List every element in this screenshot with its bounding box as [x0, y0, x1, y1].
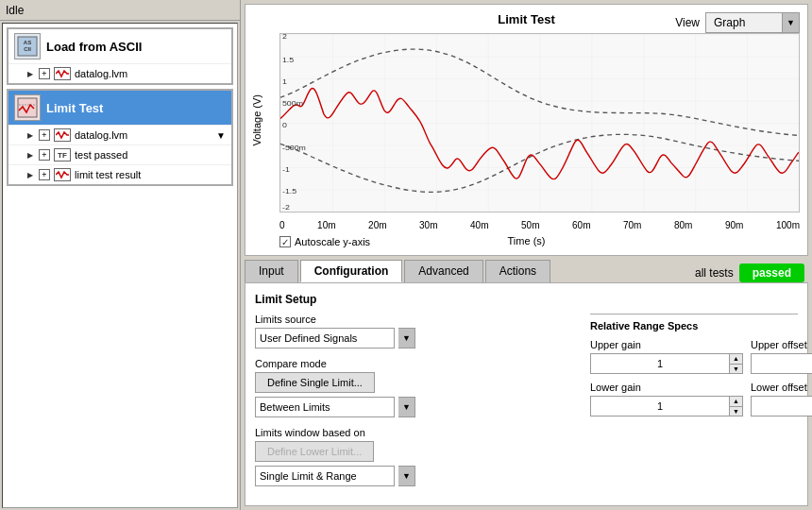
tree-area: AS CII Load from ASCII ▶ + datalog.lvm	[2, 23, 238, 508]
view-dropdown-text: Graph	[706, 14, 782, 31]
upper-offset-input[interactable]	[752, 354, 812, 373]
x-tick-30m: 30m	[419, 220, 437, 230]
x-tick-90m: 90m	[725, 220, 743, 230]
x-tick-10m: 10m	[317, 220, 335, 230]
limits-source-input[interactable]	[255, 328, 395, 348]
autoscale-checkbox[interactable]: ✓	[279, 236, 291, 247]
plus-btn-1[interactable]: +	[39, 68, 50, 79]
tab-advanced[interactable]: Advanced	[404, 260, 482, 282]
all-tests-row: all tests passed	[695, 264, 804, 282]
compare-mode-arrow[interactable]: ▼	[398, 397, 415, 417]
upper-offset-item: Upper offset ▲ ▼	[751, 339, 812, 374]
upper-gain-spinner: ▲ ▼	[590, 353, 743, 374]
lower-offset-item: Lower offset ▲ ▼	[751, 382, 812, 416]
load-ascii-label: Load from ASCII	[46, 40, 142, 54]
lower-gain-up[interactable]: ▲	[730, 397, 742, 407]
x-tick-100m: 100m	[776, 220, 800, 230]
sub-label-1: datalog.lvm	[75, 68, 127, 79]
plus-btn-4[interactable]: +	[39, 169, 50, 180]
lower-gain-spinner: ▲ ▼	[590, 396, 743, 416]
tab-configuration[interactable]: Configuration	[300, 260, 403, 282]
compare-mode-select-row: ▼	[255, 397, 571, 417]
lower-gain-item: Lower gain ▲ ▼	[590, 382, 743, 416]
limit-test-header[interactable]: Limit Test	[8, 91, 231, 125]
limits-source-label: Limits source	[255, 314, 571, 325]
lower-gain-down[interactable]: ▼	[730, 407, 742, 416]
svg-text:1.5: 1.5	[282, 55, 295, 64]
view-controls: View Graph ▼	[675, 12, 800, 33]
view-label: View	[675, 16, 700, 29]
limits-window-arrow[interactable]: ▼	[398, 466, 415, 486]
svg-text:-1: -1	[282, 164, 290, 174]
limit-test-result[interactable]: ▶ + limit test result	[8, 164, 231, 184]
range-grid: Upper gain ▲ ▼ Upper o	[590, 339, 798, 416]
x-tick-0: 0	[279, 220, 285, 230]
limit-test-datalog[interactable]: ▶ + datalog.lvm ▼	[8, 125, 231, 144]
upper-gain-btns: ▲ ▼	[729, 354, 742, 373]
compare-mode-group: Compare mode Define Single Limit... ▼	[255, 358, 571, 417]
lower-gain-btns: ▲ ▼	[729, 397, 742, 416]
lower-offset-label: Lower offset	[751, 382, 812, 393]
compare-mode-row: Define Single Limit...	[255, 372, 571, 393]
sub-label-4: limit test result	[75, 169, 141, 180]
svg-text:1: 1	[282, 76, 287, 86]
tab-input[interactable]: Input	[245, 260, 298, 282]
upper-gain-down[interactable]: ▼	[730, 365, 742, 374]
tabs-row: Input Configuration Advanced Actions all…	[245, 260, 808, 282]
upper-gain-input[interactable]	[591, 354, 729, 373]
graph-container: Limit Test View Graph ▼ Voltage (V)	[245, 4, 808, 256]
lower-gain-input[interactable]	[591, 397, 729, 416]
view-dropdown[interactable]: Graph ▼	[705, 12, 800, 33]
compare-mode-input[interactable]	[255, 397, 395, 417]
waveform-icon-3	[54, 168, 71, 181]
graph-plot: 2 1.5 1 500m 0 -500m -1 -1.5 -2	[279, 33, 800, 212]
autoscale-label: Autoscale y-axis	[295, 236, 370, 247]
svg-text:2: 2	[282, 34, 287, 41]
svg-text:500m: 500m	[282, 98, 303, 108]
define-lower-btn[interactable]: Define Lower Limit...	[255, 441, 374, 462]
lower-gain-label: Lower gain	[590, 382, 743, 393]
config-cols: Limits source ▼ Compare mode Define Sing…	[255, 314, 798, 496]
svg-text:AS: AS	[24, 40, 31, 45]
upper-gain-item: Upper gain ▲ ▼	[590, 339, 743, 374]
limit-setup-title: Limit Setup	[255, 293, 798, 306]
x-axis-label: Time (s)	[508, 235, 546, 246]
upper-offset-spinner: ▲ ▼	[751, 353, 812, 374]
plus-btn-2[interactable]: +	[39, 129, 50, 141]
upper-gain-up[interactable]: ▲	[730, 354, 742, 365]
y-axis-label: Voltage (V)	[251, 94, 262, 145]
x-tick-20m: 20m	[368, 220, 386, 230]
upper-offset-label: Upper offset	[751, 339, 812, 350]
define-single-btn[interactable]: Define Single Limit...	[255, 372, 375, 393]
limit-test-icon	[14, 94, 41, 121]
load-ascii-header[interactable]: AS CII Load from ASCII	[8, 29, 231, 63]
autoscale-row: ✓ Autoscale y-axis	[279, 236, 370, 247]
limits-source-row: ▼	[255, 328, 571, 348]
expand-arrow-1: ▶	[25, 69, 35, 78]
lower-offset-input[interactable]	[752, 397, 812, 416]
x-tick-50m: 50m	[521, 220, 539, 230]
compare-mode-label: Compare mode	[255, 358, 571, 369]
x-tick-60m: 60m	[572, 220, 590, 230]
plus-btn-3[interactable]: +	[39, 149, 50, 161]
load-ascii-icon: AS CII	[14, 33, 41, 60]
status-bar: Idle	[0, 0, 240, 21]
view-dropdown-arrow[interactable]: ▼	[782, 13, 799, 32]
config-right: Relative Range Specs Upper gain ▲ ▼	[590, 314, 798, 496]
svg-text:-500m: -500m	[282, 143, 306, 152]
expand-arrow-4: ▶	[25, 170, 35, 179]
upper-gain-label: Upper gain	[590, 339, 743, 350]
sub-label-3: test passed	[75, 149, 127, 161]
tab-actions[interactable]: Actions	[485, 260, 550, 282]
left-panel: Idle AS CII Load from ASCII ▶	[0, 0, 241, 510]
limits-source-arrow[interactable]: ▼	[398, 328, 415, 348]
load-ascii-datalog[interactable]: ▶ + datalog.lvm	[8, 63, 231, 83]
x-tick-80m: 80m	[674, 220, 692, 230]
waveform-icon-2	[54, 128, 71, 142]
tabs: Input Configuration Advanced Actions	[245, 260, 550, 282]
limits-window-input[interactable]	[255, 466, 395, 486]
passed-badge: passed	[739, 264, 804, 282]
limit-test-passed[interactable]: ▶ + TF test passed	[8, 144, 231, 164]
load-ascii-group: AS CII Load from ASCII ▶ + datalog.lvm	[7, 27, 233, 85]
right-panel: Limit Test View Graph ▼ Voltage (V)	[241, 0, 812, 510]
